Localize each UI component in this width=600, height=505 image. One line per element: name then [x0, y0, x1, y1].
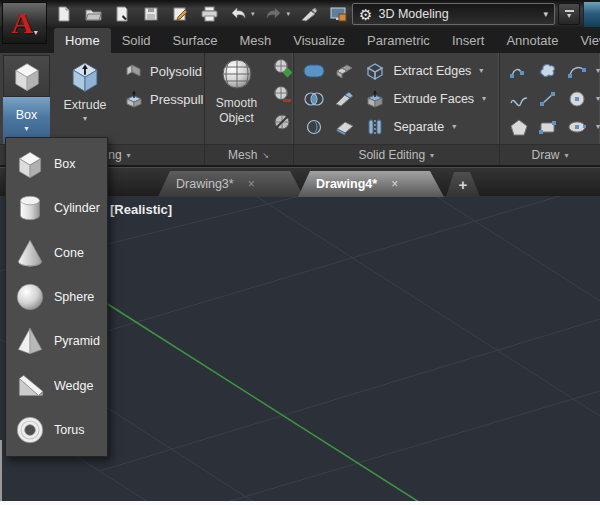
file-tab-drawing3[interactable]: Drawing3* × [158, 171, 304, 197]
solid-history-icon[interactable] [334, 62, 356, 80]
tab-visualize[interactable]: Visualize [282, 28, 356, 53]
panel-draw: ▾ ▾ ▾ Draw [499, 53, 600, 165]
extrude-caret-icon[interactable]: ▾ [83, 114, 87, 123]
draw-row-1: ▾ [509, 58, 600, 83]
menu-item-pyramid[interactable]: Pyramid [6, 319, 107, 363]
open-folder-icon[interactable] [83, 4, 103, 24]
plot-style-pen-icon[interactable] [299, 4, 319, 24]
layout-monitor-icon[interactable] [328, 4, 348, 24]
clean-icon[interactable] [334, 118, 356, 136]
box-dropdown-caret-icon[interactable]: ▾ [24, 124, 28, 133]
extrude-faces-label[interactable]: Extrude Faces [394, 92, 475, 106]
save-icon[interactable] [112, 4, 132, 24]
union-icon[interactable] [302, 63, 326, 79]
arc-caret-icon[interactable]: ▾ [596, 66, 600, 75]
qat-customize-button[interactable]: ▾ [558, 3, 580, 25]
tab-parametric[interactable]: Parametric [356, 28, 441, 53]
rectangle-icon[interactable] [538, 118, 558, 136]
modeling-small-buttons: Polysolid Presspull [112, 53, 203, 144]
infocenter-edge [583, 2, 600, 27]
extrude-faces-caret-icon[interactable]: ▾ [482, 94, 486, 103]
panel-solid-editing: Extract Edges ▾ Extrude Faces ▾ [293, 53, 499, 165]
file-tab-drawing4[interactable]: Drawing4* × [298, 171, 444, 197]
ellipse-caret-icon[interactable]: ▾ [596, 122, 600, 131]
circle-icon[interactable] [567, 90, 587, 108]
tab-mesh[interactable]: Mesh [228, 28, 282, 53]
autocad-logo: A [11, 8, 33, 38]
workspace-selector[interactable]: ⚙ 3D Modeling ▾ [352, 3, 555, 25]
edit-redline-icon[interactable] [170, 4, 190, 24]
tab-view[interactable]: View [569, 28, 600, 53]
visual-style-label[interactable]: [Realistic] [110, 202, 172, 217]
workspace-caret-icon: ▾ [543, 9, 548, 19]
tab-home[interactable]: Home [54, 28, 111, 53]
save-as-icon[interactable] [141, 4, 161, 24]
polysolid-button[interactable]: Polysolid [124, 61, 203, 81]
fillet-edge-icon[interactable] [334, 90, 356, 108]
extrude-faces-icon[interactable] [364, 89, 386, 109]
redo-dropdown-icon[interactable]: ▾ [287, 10, 291, 18]
redo-icon[interactable] [264, 4, 284, 24]
revision-cloud-icon[interactable] [538, 62, 558, 80]
quick-access-toolbar: ▾ ▾ [54, 2, 348, 26]
menu-item-box[interactable]: Box [6, 142, 107, 186]
solid-editing-row-2: Extrude Faces ▾ [302, 86, 499, 111]
mesh-panel-label[interactable]: Mesh ↘ [205, 144, 293, 165]
box-split-button[interactable]: Box ▾ [3, 55, 50, 144]
undo-dropdown-icon[interactable]: ▾ [251, 10, 255, 18]
separate-caret-icon[interactable]: ▾ [452, 122, 456, 131]
separate-icon[interactable] [364, 117, 386, 137]
ellipse-icon[interactable] [567, 118, 587, 136]
box-shape-icon [13, 147, 47, 181]
close-tab-icon[interactable]: × [248, 177, 255, 191]
subtract-icon[interactable] [302, 119, 326, 135]
arc-icon[interactable] [567, 62, 587, 80]
application-menu-button[interactable]: A ▾ [2, 2, 47, 44]
presspull-icon [124, 89, 144, 109]
draw-panel-caret-icon: ▾ [564, 151, 568, 160]
tab-insert[interactable]: Insert [441, 28, 496, 53]
smooth-more-icon[interactable] [271, 57, 293, 79]
extract-edges-caret-icon[interactable]: ▾ [479, 66, 483, 75]
menu-item-cone[interactable]: Cone [6, 231, 107, 275]
tab-surface[interactable]: Surface [162, 28, 229, 53]
smooth-less-icon[interactable] [271, 84, 293, 106]
close-tab-icon[interactable]: × [391, 177, 398, 191]
extract-edges-label[interactable]: Extract Edges [394, 64, 472, 78]
menu-item-torus[interactable]: Torus [6, 408, 107, 452]
viewport-left-edge [0, 440, 2, 501]
menu-item-wedge[interactable]: Wedge [6, 363, 107, 407]
undo-icon[interactable] [228, 4, 248, 24]
plot-printer-icon[interactable] [199, 4, 219, 24]
smooth-object-icon [218, 56, 256, 94]
tab-annotate[interactable]: Annotate [495, 28, 569, 53]
ribbon-tab-bar: Home Solid Surface Mesh Visualize Parame… [0, 28, 600, 53]
line-icon[interactable] [538, 90, 558, 108]
no-smooth-icon[interactable] [271, 111, 293, 133]
tab-solid[interactable]: Solid [111, 28, 162, 53]
extract-edges-icon[interactable] [364, 61, 386, 81]
spline-icon[interactable] [509, 90, 529, 108]
workspace-label: 3D Modeling [378, 7, 537, 21]
intersect-icon[interactable] [302, 91, 326, 107]
menu-item-cylinder[interactable]: Cylinder [6, 186, 107, 230]
sphere-shape-icon [13, 280, 47, 314]
polygon-icon[interactable] [509, 118, 529, 136]
smooth-object-button[interactable]: Smooth Object [209, 56, 265, 144]
menu-item-sphere[interactable]: Sphere [6, 275, 107, 319]
presspull-button[interactable]: Presspull [124, 89, 203, 109]
solid-editing-row-1: Extract Edges ▾ [302, 58, 499, 83]
new-file-icon[interactable] [54, 4, 74, 24]
wedge-shape-icon [13, 369, 47, 403]
circle-caret-icon[interactable]: ▾ [596, 94, 600, 103]
solid-editing-panel-label[interactable]: Solid Editing ▾ [294, 144, 499, 165]
modeling-panel-caret-icon: ▾ [127, 151, 131, 160]
box-icon[interactable] [3, 55, 50, 97]
mesh-dialog-launcher-icon[interactable]: ↘ [262, 151, 269, 160]
new-drawing-tab-button[interactable]: + [446, 172, 480, 197]
title-bar: ▾ ▾ ⚙ 3D Modeling ▾ ▾ [0, 0, 600, 28]
extrude-button[interactable]: Extrude ▾ [58, 57, 112, 144]
draw-panel-label[interactable]: Draw ▾ [500, 144, 600, 165]
polyline-icon[interactable] [509, 62, 529, 80]
separate-label[interactable]: Separate [394, 120, 445, 134]
